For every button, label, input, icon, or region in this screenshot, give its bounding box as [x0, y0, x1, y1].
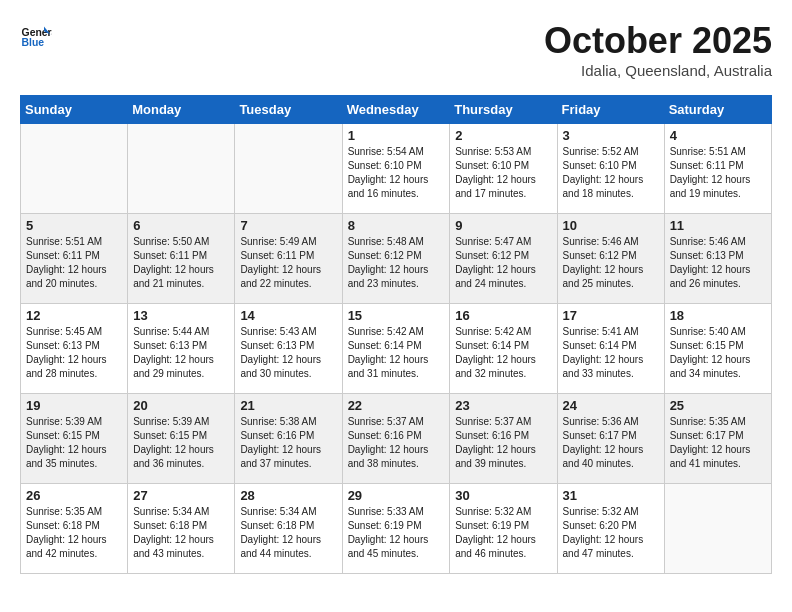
day-number: 12	[26, 308, 122, 323]
calendar-cell: 7Sunrise: 5:49 AMSunset: 6:11 PMDaylight…	[235, 214, 342, 304]
calendar-cell: 18Sunrise: 5:40 AMSunset: 6:15 PMDayligh…	[664, 304, 771, 394]
page-header: General Blue October 2025 Idalia, Queens…	[20, 20, 772, 79]
day-info: Sunrise: 5:52 AMSunset: 6:10 PMDaylight:…	[563, 145, 659, 201]
day-info: Sunrise: 5:36 AMSunset: 6:17 PMDaylight:…	[563, 415, 659, 471]
day-info: Sunrise: 5:39 AMSunset: 6:15 PMDaylight:…	[26, 415, 122, 471]
calendar-week-row: 26Sunrise: 5:35 AMSunset: 6:18 PMDayligh…	[21, 484, 772, 574]
calendar-cell: 20Sunrise: 5:39 AMSunset: 6:15 PMDayligh…	[128, 394, 235, 484]
day-number: 31	[563, 488, 659, 503]
calendar-cell: 27Sunrise: 5:34 AMSunset: 6:18 PMDayligh…	[128, 484, 235, 574]
day-info: Sunrise: 5:54 AMSunset: 6:10 PMDaylight:…	[348, 145, 445, 201]
day-number: 18	[670, 308, 766, 323]
day-info: Sunrise: 5:47 AMSunset: 6:12 PMDaylight:…	[455, 235, 551, 291]
day-info: Sunrise: 5:50 AMSunset: 6:11 PMDaylight:…	[133, 235, 229, 291]
calendar-cell: 12Sunrise: 5:45 AMSunset: 6:13 PMDayligh…	[21, 304, 128, 394]
day-info: Sunrise: 5:49 AMSunset: 6:11 PMDaylight:…	[240, 235, 336, 291]
day-number: 29	[348, 488, 445, 503]
calendar-cell: 4Sunrise: 5:51 AMSunset: 6:11 PMDaylight…	[664, 124, 771, 214]
day-number: 26	[26, 488, 122, 503]
calendar-cell: 8Sunrise: 5:48 AMSunset: 6:12 PMDaylight…	[342, 214, 450, 304]
day-info: Sunrise: 5:42 AMSunset: 6:14 PMDaylight:…	[348, 325, 445, 381]
calendar-cell: 23Sunrise: 5:37 AMSunset: 6:16 PMDayligh…	[450, 394, 557, 484]
calendar-cell: 16Sunrise: 5:42 AMSunset: 6:14 PMDayligh…	[450, 304, 557, 394]
day-info: Sunrise: 5:37 AMSunset: 6:16 PMDaylight:…	[348, 415, 445, 471]
day-info: Sunrise: 5:38 AMSunset: 6:16 PMDaylight:…	[240, 415, 336, 471]
day-info: Sunrise: 5:45 AMSunset: 6:13 PMDaylight:…	[26, 325, 122, 381]
day-number: 28	[240, 488, 336, 503]
calendar-cell: 29Sunrise: 5:33 AMSunset: 6:19 PMDayligh…	[342, 484, 450, 574]
day-number: 10	[563, 218, 659, 233]
calendar-cell: 28Sunrise: 5:34 AMSunset: 6:18 PMDayligh…	[235, 484, 342, 574]
day-info: Sunrise: 5:32 AMSunset: 6:19 PMDaylight:…	[455, 505, 551, 561]
day-number: 6	[133, 218, 229, 233]
day-number: 7	[240, 218, 336, 233]
day-info: Sunrise: 5:48 AMSunset: 6:12 PMDaylight:…	[348, 235, 445, 291]
day-info: Sunrise: 5:53 AMSunset: 6:10 PMDaylight:…	[455, 145, 551, 201]
calendar-cell: 19Sunrise: 5:39 AMSunset: 6:15 PMDayligh…	[21, 394, 128, 484]
day-number: 5	[26, 218, 122, 233]
weekday-header-thursday: Thursday	[450, 96, 557, 124]
day-number: 8	[348, 218, 445, 233]
calendar-cell: 21Sunrise: 5:38 AMSunset: 6:16 PMDayligh…	[235, 394, 342, 484]
day-number: 24	[563, 398, 659, 413]
day-info: Sunrise: 5:34 AMSunset: 6:18 PMDaylight:…	[240, 505, 336, 561]
day-info: Sunrise: 5:35 AMSunset: 6:17 PMDaylight:…	[670, 415, 766, 471]
calendar-cell: 9Sunrise: 5:47 AMSunset: 6:12 PMDaylight…	[450, 214, 557, 304]
weekday-header-wednesday: Wednesday	[342, 96, 450, 124]
day-info: Sunrise: 5:39 AMSunset: 6:15 PMDaylight:…	[133, 415, 229, 471]
logo: General Blue	[20, 20, 52, 52]
day-number: 20	[133, 398, 229, 413]
calendar-cell: 13Sunrise: 5:44 AMSunset: 6:13 PMDayligh…	[128, 304, 235, 394]
day-number: 27	[133, 488, 229, 503]
calendar-week-row: 19Sunrise: 5:39 AMSunset: 6:15 PMDayligh…	[21, 394, 772, 484]
day-number: 15	[348, 308, 445, 323]
logo-icon: General Blue	[20, 20, 52, 52]
day-number: 21	[240, 398, 336, 413]
day-info: Sunrise: 5:43 AMSunset: 6:13 PMDaylight:…	[240, 325, 336, 381]
calendar-cell: 5Sunrise: 5:51 AMSunset: 6:11 PMDaylight…	[21, 214, 128, 304]
calendar-cell: 30Sunrise: 5:32 AMSunset: 6:19 PMDayligh…	[450, 484, 557, 574]
day-number: 3	[563, 128, 659, 143]
day-info: Sunrise: 5:32 AMSunset: 6:20 PMDaylight:…	[563, 505, 659, 561]
calendar-cell	[664, 484, 771, 574]
day-info: Sunrise: 5:35 AMSunset: 6:18 PMDaylight:…	[26, 505, 122, 561]
weekday-header-tuesday: Tuesday	[235, 96, 342, 124]
day-info: Sunrise: 5:34 AMSunset: 6:18 PMDaylight:…	[133, 505, 229, 561]
calendar-cell	[235, 124, 342, 214]
day-info: Sunrise: 5:51 AMSunset: 6:11 PMDaylight:…	[26, 235, 122, 291]
calendar-cell	[21, 124, 128, 214]
day-info: Sunrise: 5:42 AMSunset: 6:14 PMDaylight:…	[455, 325, 551, 381]
calendar-cell: 17Sunrise: 5:41 AMSunset: 6:14 PMDayligh…	[557, 304, 664, 394]
weekday-header-friday: Friday	[557, 96, 664, 124]
calendar-cell: 15Sunrise: 5:42 AMSunset: 6:14 PMDayligh…	[342, 304, 450, 394]
day-number: 9	[455, 218, 551, 233]
calendar-cell: 24Sunrise: 5:36 AMSunset: 6:17 PMDayligh…	[557, 394, 664, 484]
day-number: 1	[348, 128, 445, 143]
calendar-cell: 6Sunrise: 5:50 AMSunset: 6:11 PMDaylight…	[128, 214, 235, 304]
day-info: Sunrise: 5:44 AMSunset: 6:13 PMDaylight:…	[133, 325, 229, 381]
day-number: 19	[26, 398, 122, 413]
weekday-header-monday: Monday	[128, 96, 235, 124]
day-info: Sunrise: 5:41 AMSunset: 6:14 PMDaylight:…	[563, 325, 659, 381]
title-block: October 2025 Idalia, Queensland, Austral…	[544, 20, 772, 79]
day-number: 30	[455, 488, 551, 503]
day-number: 16	[455, 308, 551, 323]
day-number: 25	[670, 398, 766, 413]
location: Idalia, Queensland, Australia	[544, 62, 772, 79]
calendar-cell: 1Sunrise: 5:54 AMSunset: 6:10 PMDaylight…	[342, 124, 450, 214]
day-info: Sunrise: 5:37 AMSunset: 6:16 PMDaylight:…	[455, 415, 551, 471]
day-number: 14	[240, 308, 336, 323]
day-number: 11	[670, 218, 766, 233]
calendar-cell: 11Sunrise: 5:46 AMSunset: 6:13 PMDayligh…	[664, 214, 771, 304]
calendar-cell: 3Sunrise: 5:52 AMSunset: 6:10 PMDaylight…	[557, 124, 664, 214]
calendar-week-row: 12Sunrise: 5:45 AMSunset: 6:13 PMDayligh…	[21, 304, 772, 394]
calendar-cell: 25Sunrise: 5:35 AMSunset: 6:17 PMDayligh…	[664, 394, 771, 484]
day-info: Sunrise: 5:40 AMSunset: 6:15 PMDaylight:…	[670, 325, 766, 381]
calendar-cell	[128, 124, 235, 214]
calendar-table: SundayMondayTuesdayWednesdayThursdayFrid…	[20, 95, 772, 574]
day-number: 22	[348, 398, 445, 413]
calendar-cell: 2Sunrise: 5:53 AMSunset: 6:10 PMDaylight…	[450, 124, 557, 214]
day-info: Sunrise: 5:46 AMSunset: 6:12 PMDaylight:…	[563, 235, 659, 291]
day-info: Sunrise: 5:46 AMSunset: 6:13 PMDaylight:…	[670, 235, 766, 291]
day-number: 17	[563, 308, 659, 323]
